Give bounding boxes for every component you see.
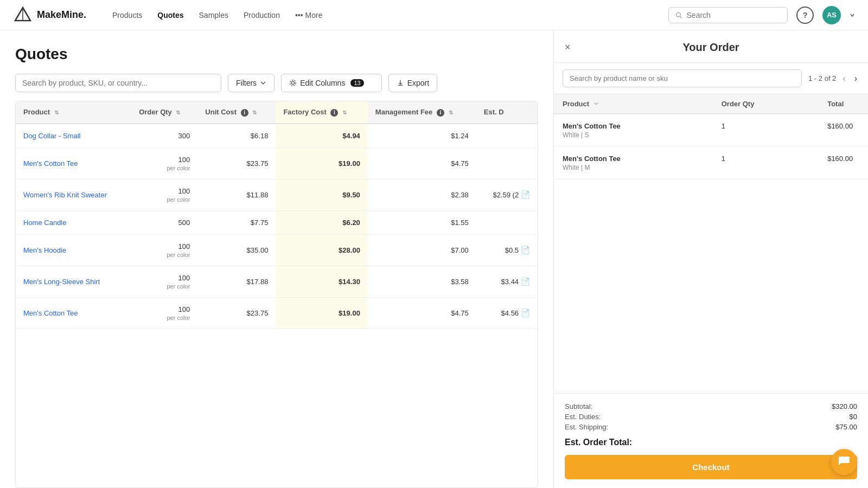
nav-products[interactable]: Products bbox=[112, 11, 142, 20]
edit-columns-button[interactable]: Edit Columns 13 bbox=[281, 74, 382, 92]
cell-mgmt-fee: $4.75 bbox=[368, 297, 476, 329]
cell-product: Men's Hoodie bbox=[16, 234, 131, 266]
nav-links: Products Quotes Samples Production ••• M… bbox=[112, 11, 322, 20]
avatar-chevron-icon bbox=[850, 12, 855, 18]
svg-point-5 bbox=[292, 81, 295, 84]
cell-factory-cost: $14.30 bbox=[276, 266, 367, 297]
order-cell-qty: 1 bbox=[713, 147, 819, 179]
order-table-body: Men's Cotton TeeWhite | S1$160.00•••Men'… bbox=[554, 114, 868, 179]
cell-est-d bbox=[476, 124, 538, 148]
chat-bubble-button[interactable] bbox=[831, 449, 857, 475]
layout: Quotes Filters Edit Columns 13 Export bbox=[0, 30, 868, 488]
cell-unit-cost: $17.88 bbox=[197, 266, 276, 297]
table-row: Women's Rib Knit Sweater100per color$11.… bbox=[16, 179, 538, 210]
info-mgmt-fee[interactable]: i bbox=[437, 109, 444, 117]
info-unit-cost[interactable]: i bbox=[241, 109, 248, 117]
cell-factory-cost: $19.00 bbox=[276, 297, 367, 329]
cell-product: Dog Collar - Small bbox=[16, 124, 131, 148]
cell-est-d bbox=[476, 210, 538, 234]
cell-order-qty: 100per color bbox=[131, 297, 197, 329]
document-icon[interactable]: 📄 bbox=[519, 309, 530, 317]
order-cell-total: $160.00 bbox=[819, 147, 868, 179]
duties-value: $0 bbox=[850, 413, 857, 421]
sort-icon-unit-cost: ⇅ bbox=[252, 110, 257, 115]
logo[interactable]: MakeMine. bbox=[13, 5, 86, 25]
next-page-button[interactable]: › bbox=[852, 73, 859, 85]
cell-order-qty: 100per color bbox=[131, 147, 197, 179]
cell-mgmt-fee: $4.75 bbox=[368, 147, 476, 179]
filters-button[interactable]: Filters bbox=[228, 74, 275, 92]
page-title: Quotes bbox=[15, 46, 538, 63]
svg-point-6 bbox=[290, 80, 296, 86]
panel-search-input[interactable] bbox=[563, 69, 802, 87]
col-unit-cost[interactable]: Unit Cost i ⇅ bbox=[197, 101, 276, 124]
prev-page-button[interactable]: ‹ bbox=[840, 73, 847, 85]
sort-icon-qty: ⇅ bbox=[176, 110, 180, 115]
cell-unit-cost: $6.18 bbox=[197, 124, 276, 148]
cell-mgmt-fee: $1.24 bbox=[368, 124, 476, 148]
document-icon[interactable]: 📄 bbox=[519, 246, 530, 254]
chat-icon bbox=[838, 455, 851, 468]
col-factory-cost[interactable]: Factory Cost i ⇅ bbox=[276, 101, 367, 124]
document-icon[interactable]: 📄 bbox=[519, 190, 530, 199]
global-search-input[interactable] bbox=[687, 11, 781, 20]
export-label: Export bbox=[407, 79, 429, 87]
order-col-qty: Order Qty bbox=[713, 94, 819, 114]
main-content: Quotes Filters Edit Columns 13 Export bbox=[0, 30, 553, 488]
cell-order-qty: 100per color bbox=[131, 234, 197, 266]
product-link[interactable]: Dog Collar - Small bbox=[23, 132, 80, 140]
shipping-label: Est. Shipping: bbox=[565, 423, 608, 431]
cell-factory-cost: $4.94 bbox=[276, 124, 367, 148]
cell-order-qty: 100per color bbox=[131, 179, 197, 210]
cell-unit-cost: $35.00 bbox=[197, 234, 276, 266]
product-link[interactable]: Home Candle bbox=[23, 219, 67, 227]
table-row: Dog Collar - Small300$6.18$4.94$1.24 bbox=[16, 124, 538, 148]
cell-order-qty: 100per color bbox=[131, 266, 197, 297]
duties-label: Est. Duties: bbox=[565, 413, 601, 421]
chevron-down-icon-2 bbox=[367, 80, 374, 86]
col-product[interactable]: Product ⇅ bbox=[16, 101, 131, 124]
cell-est-d: $0.5 📄 bbox=[476, 234, 538, 266]
panel-header: × Your Order bbox=[554, 30, 868, 63]
quotes-table-wrapper: Product ⇅ Order Qty ⇅ Unit Cost i ⇅ Fact… bbox=[15, 101, 538, 488]
cell-mgmt-fee: $3.58 bbox=[368, 266, 476, 297]
svg-point-3 bbox=[676, 12, 681, 17]
col-order-qty[interactable]: Order Qty ⇅ bbox=[131, 101, 197, 124]
nav-production[interactable]: Production bbox=[244, 11, 280, 20]
cell-unit-cost: $7.75 bbox=[197, 210, 276, 234]
info-factory-cost[interactable]: i bbox=[330, 109, 338, 117]
cell-factory-cost: $6.20 bbox=[276, 210, 367, 234]
quotes-table-body: Dog Collar - Small300$6.18$4.94$1.24Men'… bbox=[16, 124, 538, 329]
checkout-button[interactable]: Checkout bbox=[565, 455, 857, 479]
order-cell-product: Men's Cotton TeeWhite | M bbox=[554, 147, 713, 179]
product-link[interactable]: Men's Cotton Tee bbox=[23, 309, 78, 317]
global-search-box bbox=[668, 7, 788, 23]
edit-columns-badge: 13 bbox=[350, 79, 363, 87]
order-col-total: Total bbox=[819, 94, 868, 114]
table-search-input[interactable] bbox=[15, 74, 221, 92]
order-panel: × Your Order 1 - 2 of 2 ‹ › Product bbox=[553, 30, 868, 488]
nav-samples[interactable]: Samples bbox=[199, 11, 228, 20]
document-icon[interactable]: 📄 bbox=[519, 277, 530, 286]
cell-mgmt-fee: $2.38 bbox=[368, 179, 476, 210]
nav-more[interactable]: ••• More bbox=[295, 11, 323, 20]
search-icon bbox=[675, 11, 682, 19]
export-button[interactable]: Export bbox=[388, 74, 437, 92]
panel-close-button[interactable]: × bbox=[565, 42, 571, 53]
col-mgmt-fee[interactable]: Management Fee i ⇅ bbox=[368, 101, 476, 124]
help-button[interactable]: ? bbox=[796, 7, 814, 24]
cell-order-qty: 500 bbox=[131, 210, 197, 234]
table-header-row: Product ⇅ Order Qty ⇅ Unit Cost i ⇅ Fact… bbox=[16, 101, 538, 124]
product-link[interactable]: Women's Rib Knit Sweater bbox=[23, 191, 107, 199]
product-link[interactable]: Men's Cotton Tee bbox=[23, 159, 78, 168]
col-est-d[interactable]: Est. D bbox=[476, 101, 538, 124]
product-link[interactable]: Men's Long-Sleeve Shirt bbox=[23, 278, 100, 286]
nav-quotes[interactable]: Quotes bbox=[157, 11, 183, 20]
navigation: MakeMine. Products Quotes Samples Produc… bbox=[0, 0, 868, 30]
avatar[interactable]: AS bbox=[822, 6, 841, 24]
table-row: Men's Cotton Tee100per color$23.75$19.00… bbox=[16, 147, 538, 179]
subtotal-value: $320.00 bbox=[832, 402, 857, 410]
product-link[interactable]: Men's Hoodie bbox=[23, 246, 66, 254]
gear-icon bbox=[289, 79, 297, 87]
summary-duties: Est. Duties: $0 bbox=[565, 413, 857, 421]
